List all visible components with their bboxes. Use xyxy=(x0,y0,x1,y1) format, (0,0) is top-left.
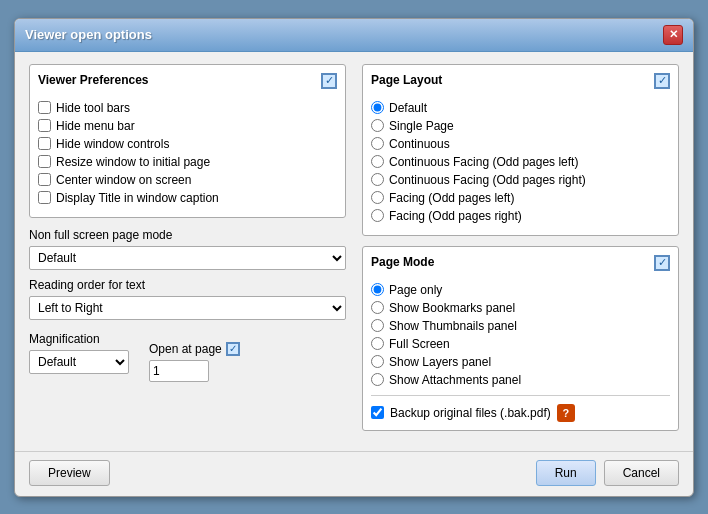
cb-hide-window-controls: Hide window controls xyxy=(38,137,337,151)
dialog-title: Viewer open options xyxy=(25,27,152,42)
radio-cont-facing-odd-right-label: Continuous Facing (Odd pages right) xyxy=(389,173,586,187)
radio-show-thumbnails-label: Show Thumbnails panel xyxy=(389,319,517,333)
hide-menubar-checkbox[interactable] xyxy=(38,119,51,132)
cancel-button[interactable]: Cancel xyxy=(604,460,679,486)
dialog-footer: Preview Run Cancel xyxy=(15,451,693,496)
radio-show-attachments: Show Attachments panel xyxy=(371,373,670,387)
non-full-screen-dropdown[interactable]: Default Use Outlines Use Thumbs Full Scr… xyxy=(29,246,346,270)
radio-show-bookmarks-label: Show Bookmarks panel xyxy=(389,301,515,315)
page-mode-header: Page Mode ✓ xyxy=(371,255,670,277)
page-mode-title: Page Mode xyxy=(371,255,434,269)
viewer-prefs-header: Viewer Preferences ✓ xyxy=(38,73,337,95)
radio-show-bookmarks: Show Bookmarks panel xyxy=(371,301,670,315)
magnification-label: Magnification xyxy=(29,332,129,346)
radio-full-screen-input[interactable] xyxy=(371,337,384,350)
radio-show-attachments-input[interactable] xyxy=(371,373,384,386)
radio-page-only: Page only xyxy=(371,283,670,297)
hide-toolbars-checkbox[interactable] xyxy=(38,101,51,114)
backup-divider xyxy=(371,395,670,396)
page-layout-section: Page Layout ✓ Default Single Page Contin… xyxy=(362,64,679,236)
close-button[interactable]: ✕ xyxy=(663,25,683,45)
radio-continuous: Continuous xyxy=(371,137,670,151)
radio-full-screen: Full Screen xyxy=(371,337,670,351)
page-mode-check[interactable]: ✓ xyxy=(654,255,670,271)
backup-label: Backup original files (.bak.pdf) xyxy=(390,406,551,420)
viewer-open-options-dialog: Viewer open options ✕ Viewer Preferences… xyxy=(14,18,694,497)
page-layout-check[interactable]: ✓ xyxy=(654,73,670,89)
resize-window-label: Resize window to initial page xyxy=(56,155,210,169)
cb-hide-menubar: Hide menu bar xyxy=(38,119,337,133)
hide-toolbars-label: Hide tool bars xyxy=(56,101,130,115)
radio-default-label: Default xyxy=(389,101,427,115)
cb-display-title: Display Title in window caption xyxy=(38,191,337,205)
warn-icon: ? xyxy=(557,404,575,422)
page-layout-header: Page Layout ✓ xyxy=(371,73,670,95)
radio-facing-odd-right-input[interactable] xyxy=(371,209,384,222)
viewer-preferences-section: Viewer Preferences ✓ Hide tool bars Hide… xyxy=(29,64,346,218)
radio-show-bookmarks-input[interactable] xyxy=(371,301,384,314)
viewer-prefs-title: Viewer Preferences xyxy=(38,73,149,87)
radio-show-layers-input[interactable] xyxy=(371,355,384,368)
right-panel: Page Layout ✓ Default Single Page Contin… xyxy=(362,64,679,441)
radio-page-only-label: Page only xyxy=(389,283,442,297)
radio-facing-odd-right-label: Facing (Odd pages right) xyxy=(389,209,522,223)
radio-default: Default xyxy=(371,101,670,115)
radio-show-layers-label: Show Layers panel xyxy=(389,355,491,369)
non-full-screen-group: Non full screen page mode Default Use Ou… xyxy=(29,228,346,278)
magnification-dropdown[interactable]: Default Fit Page Fit Width Fit Height Fi… xyxy=(29,350,129,374)
reading-order-dropdown[interactable]: Left to Right Right to Left xyxy=(29,296,346,320)
backup-checkbox[interactable] xyxy=(371,406,384,419)
radio-single-page-label: Single Page xyxy=(389,119,454,133)
radio-cont-facing-odd-left-label: Continuous Facing (Odd pages left) xyxy=(389,155,578,169)
preview-button[interactable]: Preview xyxy=(29,460,110,486)
hide-menubar-label: Hide menu bar xyxy=(56,119,135,133)
radio-cont-facing-odd-left-input[interactable] xyxy=(371,155,384,168)
reading-order-label: Reading order for text xyxy=(29,278,346,292)
radio-facing-odd-left: Facing (Odd pages left) xyxy=(371,191,670,205)
hide-window-controls-label: Hide window controls xyxy=(56,137,169,151)
center-window-label: Center window on screen xyxy=(56,173,191,187)
radio-facing-odd-right: Facing (Odd pages right) xyxy=(371,209,670,223)
run-button[interactable]: Run xyxy=(536,460,596,486)
radio-facing-odd-left-input[interactable] xyxy=(371,191,384,204)
hide-window-controls-checkbox[interactable] xyxy=(38,137,51,150)
dialog-body: Viewer Preferences ✓ Hide tool bars Hide… xyxy=(15,52,693,451)
radio-full-screen-label: Full Screen xyxy=(389,337,450,351)
non-full-screen-label: Non full screen page mode xyxy=(29,228,346,242)
radio-single-page: Single Page xyxy=(371,119,670,133)
radio-show-thumbnails: Show Thumbnails panel xyxy=(371,319,670,333)
open-at-page-check[interactable]: ✓ xyxy=(226,342,240,356)
open-at-page-label: Open at page xyxy=(149,342,222,356)
radio-facing-odd-left-label: Facing (Odd pages left) xyxy=(389,191,514,205)
radio-single-page-input[interactable] xyxy=(371,119,384,132)
radio-continuous-label: Continuous xyxy=(389,137,450,151)
open-at-page-group: Open at page ✓ xyxy=(149,342,240,382)
radio-show-thumbnails-input[interactable] xyxy=(371,319,384,332)
radio-cont-facing-odd-right: Continuous Facing (Odd pages right) xyxy=(371,173,670,187)
reading-order-group: Reading order for text Left to Right Rig… xyxy=(29,278,346,328)
page-mode-section: Page Mode ✓ Page only Show Bookmarks pan… xyxy=(362,246,679,431)
cb-center-window: Center window on screen xyxy=(38,173,337,187)
cb-hide-toolbars: Hide tool bars xyxy=(38,101,337,115)
footer-right-buttons: Run Cancel xyxy=(536,460,679,486)
radio-cont-facing-odd-left: Continuous Facing (Odd pages left) xyxy=(371,155,670,169)
radio-show-layers: Show Layers panel xyxy=(371,355,670,369)
display-title-label: Display Title in window caption xyxy=(56,191,219,205)
page-layout-title: Page Layout xyxy=(371,73,442,87)
left-panel: Viewer Preferences ✓ Hide tool bars Hide… xyxy=(29,64,346,441)
radio-default-input[interactable] xyxy=(371,101,384,114)
backup-row: Backup original files (.bak.pdf) ? xyxy=(371,404,670,422)
open-at-page-input[interactable] xyxy=(149,360,209,382)
center-window-checkbox[interactable] xyxy=(38,173,51,186)
radio-cont-facing-odd-right-input[interactable] xyxy=(371,173,384,186)
cb-resize-window: Resize window to initial page xyxy=(38,155,337,169)
resize-window-checkbox[interactable] xyxy=(38,155,51,168)
radio-page-only-input[interactable] xyxy=(371,283,384,296)
magnification-group: Magnification Default Fit Page Fit Width… xyxy=(29,332,129,382)
magnification-row: Magnification Default Fit Page Fit Width… xyxy=(29,332,346,382)
display-title-checkbox[interactable] xyxy=(38,191,51,204)
radio-continuous-input[interactable] xyxy=(371,137,384,150)
radio-show-attachments-label: Show Attachments panel xyxy=(389,373,521,387)
viewer-prefs-check[interactable]: ✓ xyxy=(321,73,337,89)
open-at-page-label-row: Open at page ✓ xyxy=(149,342,240,356)
